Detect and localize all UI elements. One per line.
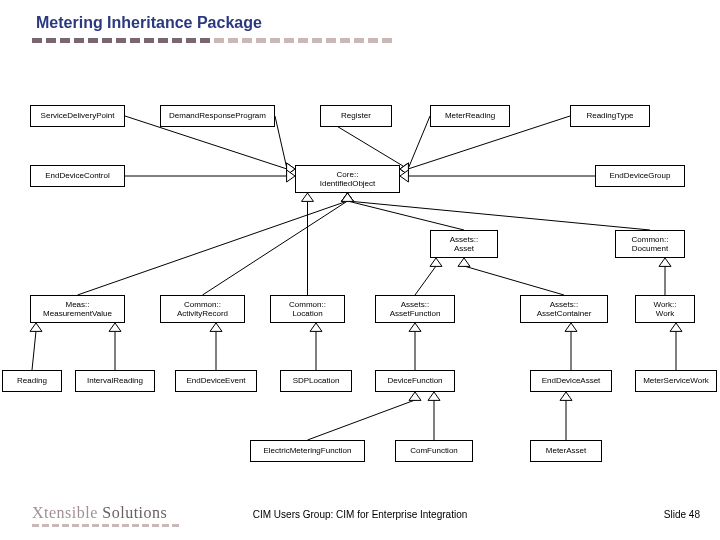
uml-class-edev: EndDeviceEvent <box>175 370 257 392</box>
brand-text-a: Xtensible <box>32 504 102 521</box>
svg-marker-41 <box>565 323 577 331</box>
uml-class-eda: EndDeviceAsset <box>530 370 612 392</box>
uml-class-doc: Common:: Document <box>615 230 685 258</box>
svg-line-30 <box>32 331 36 370</box>
svg-marker-31 <box>30 323 42 331</box>
svg-marker-45 <box>409 392 421 400</box>
svg-marker-37 <box>310 323 322 331</box>
uml-class-core: Core:: IdentifiedObject <box>295 165 400 193</box>
svg-line-24 <box>415 266 436 295</box>
svg-marker-43 <box>670 323 682 331</box>
svg-line-2 <box>275 116 287 169</box>
uml-class-arec: Common:: ActivityRecord <box>160 295 245 323</box>
svg-line-26 <box>464 266 564 295</box>
uml-class-cfun: ComFunction <box>395 440 473 462</box>
svg-marker-21 <box>342 193 354 201</box>
uml-class-emf: ElectricMeteringFunction <box>250 440 365 462</box>
svg-marker-47 <box>428 392 440 400</box>
title-underline <box>32 38 402 44</box>
brand-text-b: Solutions <box>102 504 167 521</box>
svg-marker-23 <box>302 193 314 201</box>
uml-class-edc: EndDeviceControl <box>30 165 125 187</box>
uml-class-mval: Meas:: MeasurementValue <box>30 295 125 323</box>
uml-class-sdpl: SDPLocation <box>280 370 352 392</box>
svg-marker-33 <box>109 323 121 331</box>
slide-footer: Xtensible Solutions CIM Users Group: CIM… <box>0 502 720 532</box>
uml-class-mas: MeterAsset <box>530 440 602 462</box>
uml-class-dfun: DeviceFunction <box>375 370 455 392</box>
uml-class-acon: Assets:: AssetContainer <box>520 295 608 323</box>
uml-class-read: Reading <box>2 370 62 392</box>
uml-class-mrd: MeterReading <box>430 105 510 127</box>
svg-marker-29 <box>659 258 671 266</box>
uml-class-edg: EndDeviceGroup <box>595 165 685 187</box>
svg-marker-39 <box>409 323 421 331</box>
diagram-edges <box>0 70 720 490</box>
svg-marker-35 <box>210 323 222 331</box>
svg-line-44 <box>308 400 416 440</box>
svg-marker-49 <box>560 392 572 400</box>
page-title: Metering Inheritance Package <box>36 14 262 32</box>
footer-center-text: CIM Users Group: CIM for Enterprise Inte… <box>253 509 468 520</box>
uml-class-afun: Assets:: AssetFunction <box>375 295 455 323</box>
uml-class-loc: Common:: Location <box>270 295 345 323</box>
brand-underline <box>32 524 182 527</box>
svg-line-14 <box>348 201 465 230</box>
svg-line-20 <box>203 201 348 295</box>
uml-class-iread: IntervalReading <box>75 370 155 392</box>
brand-logo: Xtensible Solutions <box>32 504 167 522</box>
svg-marker-27 <box>458 258 470 266</box>
uml-class-sdp: ServiceDeliveryPoint <box>30 105 125 127</box>
uml-inheritance-diagram: ServiceDeliveryPointDemandResponseProgra… <box>0 70 720 490</box>
svg-line-6 <box>408 116 430 169</box>
uml-class-rtp: ReadingType <box>570 105 650 127</box>
slide-number: Slide 48 <box>664 509 700 520</box>
uml-class-reg: Register <box>320 105 392 127</box>
svg-line-16 <box>348 201 651 230</box>
svg-marker-25 <box>430 258 442 266</box>
uml-class-drp: DemandResponseProgram <box>160 105 275 127</box>
uml-class-work: Work:: Work <box>635 295 695 323</box>
uml-class-msw: MeterServiceWork <box>635 370 717 392</box>
uml-class-asset: Assets:: Asset <box>430 230 498 258</box>
